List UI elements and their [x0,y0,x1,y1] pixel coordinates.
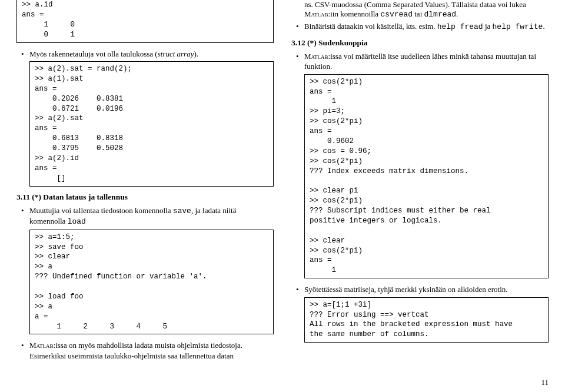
text: :issa voi määritellä itse uudelleen lähe… [304,52,536,71]
tt-csvread: csvread [380,10,413,19]
text: :issa on myös mahdollista ladata muista … [29,341,242,360]
code-block-3: >> a=1:5; >> save foo >> clear >> a ??? … [29,230,274,335]
text: ns. CSV-muodossa (Comma Separated Values… [304,0,526,9]
text: . [456,9,458,18]
section-3-11-heading: 3.11 (*) Datan lataus ja tallennus [16,192,274,202]
tt-save: save [173,207,191,215]
text: tai [413,9,424,18]
text: Syötettäessä matriiseja, tyhjä merkki yk… [304,285,508,294]
continuation-text: ns. CSV-muodossa (Comma Separated Values… [291,0,549,19]
tt-dlmread: dlmread [424,10,457,19]
text-italic: struct array [158,49,194,58]
text: Myös rakennetauluja voi olla taulukossa … [29,49,158,58]
text: ja [483,22,493,31]
text: . [543,22,544,31]
bullet-struct-array: Myös rakennetauluja voi olla taulukossa … [16,49,274,187]
tt-help-fwrite: help fwrite [493,22,543,31]
bullet-matlab-csv: Matlab:issa on myös mahdollista ladata m… [16,340,274,361]
code-block-1: >> a.id ans = 1 0 0 1 [16,0,274,43]
text: :iin komennoilla [328,9,381,18]
text: ). [194,49,198,58]
bullet-matrix-space: Syötettäessä matriiseja, tyhjä merkki yk… [291,284,549,343]
bullet-binary: Binääristä dataakin voi käsitellä, kts. … [291,21,549,32]
code-block-4: >> cos(2*pi) ans = 1 >> pi=3; >> cos(2*p… [304,74,549,279]
matlab-sc: Matlab [304,9,328,18]
code-block-2: >> a(2).sat = rand(2); >> a(1).sat ans =… [29,61,274,187]
bullet-save-load: Muuttujia voi tallentaa tiedostoon komen… [16,205,274,335]
matlab-sc: Matlab [304,52,328,61]
section-3-12-heading: 3.12 (*) Sudenkuoppia [291,38,549,48]
text: Binääristä dataakin voi käsitellä, kts. … [304,22,437,31]
text: Muuttujia voi tallentaa tiedostoon komen… [29,206,173,215]
bullet-redefine: Matlab:issa voi määritellä itse uudellee… [291,51,549,279]
tt-help-fread: help fread [437,22,483,31]
code-block-5: >> a=[1;1 +3i] ??? Error using ==> vertc… [304,297,549,343]
tt-load: load [68,217,86,226]
page-number: 11 [541,378,549,387]
matlab-sc: Matlab [29,341,54,350]
